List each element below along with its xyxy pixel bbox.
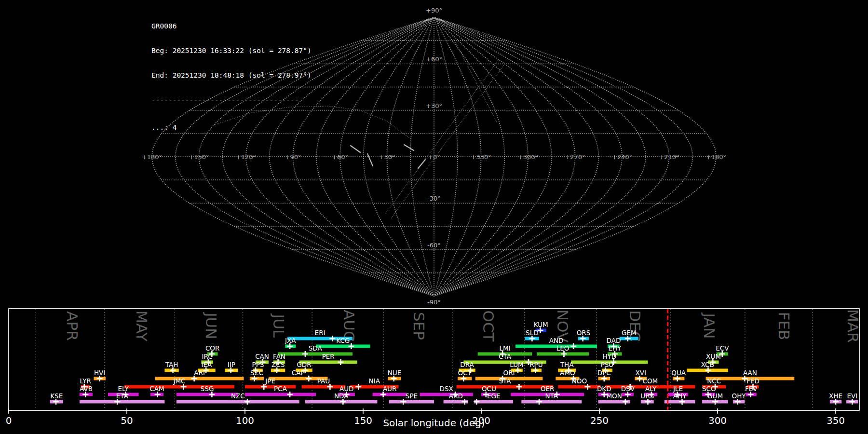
shower-label-FED: FED [746,377,760,385]
shower-label-FEV: FEV [745,385,758,393]
sky-lon-label: +30° [379,153,395,161]
shower-label-CTA: CTA [499,353,512,360]
shower-label-DKD: DKD [597,385,611,393]
month-label-JUN: JUN [203,312,220,339]
shower-label-AUR: AUR [383,385,397,393]
shower-peak-AND [570,343,576,349]
shower-label-COM: COM [642,377,658,385]
shower-label-ALY: ALY [645,385,657,393]
shower-label-AUD: AUD [339,385,354,393]
shower-label-JPE: JPE [265,377,275,385]
sky-lat-label: -30° [427,195,441,202]
shower-label-OER: OER [541,385,555,393]
shower-bar-NTA [521,400,582,404]
shower-peak-EGE [474,399,479,405]
sky-lon-label: +60° [332,153,348,161]
shower-label-ZCS: ZCS [271,361,285,368]
shower-label-SDA: SDA [309,344,323,352]
month-label-SEP: SEP [410,312,428,340]
sky-lon-label: +300° [518,153,538,161]
shower-label-AHY: AHY [673,392,687,400]
x-tick-label-250: 250 [590,415,609,426]
shower-label-NUE: NUE [388,369,402,377]
shower-label-KUM: KUM [534,321,548,328]
radiant-map-and-activity-plot: +180°+150°+120°+90°+60°+30°+0°+330°+300°… [0,0,868,434]
shower-label-LYR: LYR [80,377,91,385]
shower-label-AVB: AVB [80,385,93,393]
shower-bar-PCA [245,393,316,396]
shower-peak-ERI [329,336,335,341]
shower-label-SCC: SCC [702,385,715,393]
shower-label-LEO: LEO [556,344,570,352]
x-tick-label-350: 350 [827,415,845,426]
meteor-trail-3 [404,145,414,150]
month-label-JUL: JUL [270,313,287,338]
sky-lon-label: +210° [659,153,679,161]
month-label-APR: APR [64,311,81,340]
app-window: GR0006 Beg: 20251230 16:33:22 (sol = 278… [0,0,868,434]
shower-label-QUA: QUA [671,369,686,377]
shower-label-IRC: IRC [202,353,213,360]
shower-bar-KCG [316,345,370,348]
sky-lon-label: +0° [428,153,440,161]
sky-lon-label: +240° [612,153,632,161]
shower-bar-DSX [420,393,473,396]
sky-curve-ecliptic-arc [216,106,411,139]
shower-label-GUM: GUM [707,392,723,400]
shower-label-ECV: ECV [716,344,729,352]
shower-label-AAN: AAN [743,369,757,377]
shower-label-SPE: SPE [406,392,418,400]
shower-label-EGE: EGE [487,392,501,400]
shower-bar-ETA [80,400,164,404]
shower-label-JXA: JXA [285,337,296,344]
shower-label-RPU: RPU [529,361,542,368]
sky-lat-label: -90° [427,298,441,306]
shower-label-AMO: AMO [560,369,575,377]
sky-lon-label: +90° [285,153,301,161]
shower-label-EVI: EVI [847,392,857,400]
shower-label-ARI: ARI [194,369,205,377]
shower-bar-NZC [176,400,299,404]
shower-label-URS: URS [640,392,654,400]
meteor-trail-1 [351,146,360,152]
shower-label-ELY: ELY [118,385,129,393]
shower-label-XVI: XVI [636,369,646,377]
shower-label-LMI: LMI [499,344,510,352]
shower-label-PSU: PSU [601,361,614,368]
sky-lon-label: +150° [189,153,209,161]
shower-label-XCB: XCB [701,361,714,368]
shower-bar-NOO [558,385,600,389]
shower-peak-SDA [302,351,308,357]
sky-lon-label: +330° [471,153,491,161]
month-label-OCT: OCT [480,311,497,342]
shower-label-HVI: HVI [94,369,105,377]
month-label-MAY: MAY [133,311,150,342]
shower-label-PPS: PPS [252,361,264,368]
shower-peak-MON [623,399,628,405]
shower-label-THA: THA [560,361,574,368]
shower-bar-PAU [302,385,346,389]
shower-label-COR: COR [205,344,219,352]
shower-label-HYD: HYD [602,353,616,360]
shower-label-NOO: NOO [572,377,587,385]
shower-label-CAM: CAM [149,385,164,393]
shower-label-CAN: CAN [255,353,269,360]
sky-lon-label: +180° [706,153,726,161]
shower-label-IEA: IEA [202,361,213,368]
shower-label-OHY: OHY [732,392,746,400]
shower-label-JLE: JLE [673,385,683,393]
shower-peak-NTA [536,399,542,405]
shower-peak-PER [338,359,343,365]
shower-label-NDA: NDA [334,392,349,400]
shower-label-CAP: CAP [292,369,305,377]
shower-label-IIP: IIP [228,361,235,368]
month-label-JAN: JAN [701,312,718,339]
sky-lon-label: +120° [236,153,256,161]
x-axis-title: Solar longitude (deg) [383,417,485,429]
shower-label-DPC: DPC [597,369,611,377]
shower-label-PCA: PCA [274,385,287,393]
x-tick-label-150: 150 [354,415,372,426]
shower-bar-SSG [176,393,238,396]
shower-label-GEM: GEM [622,329,637,337]
shower-label-GDR: GDR [297,361,311,368]
